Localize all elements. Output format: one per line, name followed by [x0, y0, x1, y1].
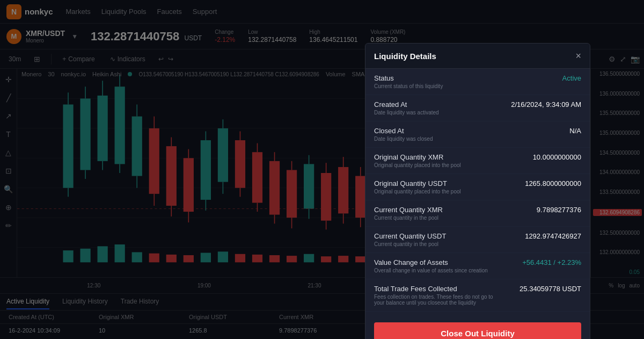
status-sublabel: Current status of this liquidity [374, 83, 495, 89]
modal-row-created-at: Created At Date liquidity was activated … [365, 95, 590, 121]
modal-title: Liquidity Details [374, 52, 436, 61]
modal-row-left-status: Status Current status of this liquidity [374, 74, 495, 89]
modal-row-value-change: Value Change of Assets Overall change in… [365, 253, 590, 279]
modal-row-closed-at: Closed At Date liquidity was closed N/A [365, 121, 590, 148]
close-out-liquidity-btn[interactable]: Close Out Liquidity [374, 322, 581, 339]
modal-footer: Close Out Liquidity Closing out liquidit… [365, 316, 590, 339]
modal-row-orig-xmr: Original Quantity XMR Original quantity … [365, 148, 590, 174]
modal-row-curr-xmr: Current Quantity XMR Current quantity in… [365, 200, 590, 227]
status-label: Status [374, 74, 495, 82]
modal-row-curr-usdt: Current Quantity USDT Current quantity i… [365, 227, 590, 253]
modal-overlay: Liquidity Details × Status Current statu… [0, 0, 644, 339]
modal-close-btn[interactable]: × [575, 51, 581, 61]
modal-row-orig-usdt: Original Quantity USDT Original quantity… [365, 174, 590, 200]
status-value: Active [495, 74, 581, 82]
modal-header: Liquidity Details × [365, 44, 590, 69]
modal-row-fees-roi: Fees ROI / APY Fees return on investment… [365, 312, 590, 316]
modal-body: Status Current status of this liquidity … [365, 69, 590, 316]
modal-row-status: Status Current status of this liquidity … [365, 69, 590, 95]
modal-row-fees: Total Trade Fees Collected Fees collecti… [365, 279, 590, 312]
liquidity-details-modal: Liquidity Details × Status Current statu… [365, 43, 590, 339]
